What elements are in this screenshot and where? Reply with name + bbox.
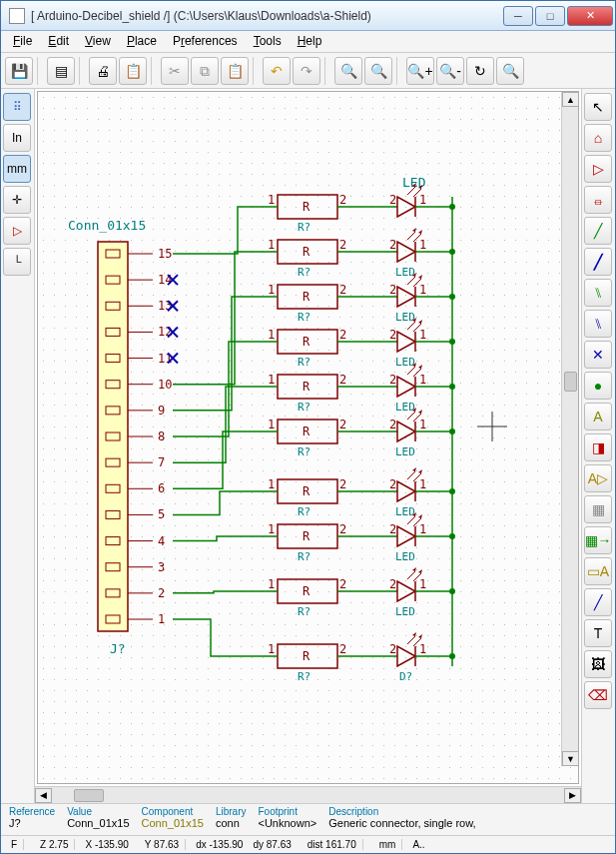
svg-text:1: 1 (268, 418, 275, 431)
place-sheet-pin-tool[interactable]: ▭A (584, 557, 612, 585)
status-dy: dy 87.63 (253, 839, 291, 850)
hidden-pins-button[interactable]: ▷ (3, 217, 31, 245)
scroll-right-arrow[interactable]: ▶ (564, 788, 581, 803)
zoom-out-button[interactable]: 🔍- (436, 57, 464, 85)
zoom-in-button[interactable]: 🔍+ (406, 57, 434, 85)
svg-text:10: 10 (158, 378, 172, 392)
delete-tool[interactable]: ⌫ (584, 681, 612, 709)
svg-text:2: 2 (389, 477, 396, 491)
svg-text:2: 2 (389, 328, 396, 342)
maximize-button[interactable]: □ (535, 6, 565, 26)
svg-text:LED: LED (395, 266, 415, 279)
place-power-tool[interactable]: ⏛ (584, 186, 612, 214)
find-replace-button[interactable]: 🔍 (364, 57, 392, 85)
body: ⠿ In mm ✛ ▷ └ Conn_01x15J?15141312111098… (1, 89, 615, 803)
svg-text:1: 1 (419, 193, 426, 207)
status-y: Y 87.63 (139, 839, 186, 850)
vscroll-thumb[interactable] (564, 372, 577, 392)
scroll-left-arrow[interactable]: ◀ (35, 788, 52, 803)
svg-text:1: 1 (419, 283, 426, 297)
minimize-button[interactable]: ─ (503, 6, 533, 26)
highlight-net-tool[interactable]: ⌂ (584, 124, 612, 152)
svg-text:3: 3 (158, 560, 165, 574)
app-window: [ Arduino-Decibel_shield /] (C:\Users\Kl… (0, 0, 616, 854)
menu-view[interactable]: View (79, 31, 117, 52)
place-wire-tool[interactable]: ╱ (584, 217, 612, 245)
menubar: File Edit View Place Preferences Tools H… (1, 31, 615, 53)
menu-edit[interactable]: Edit (42, 31, 75, 52)
print-button[interactable]: 🖨 (89, 57, 117, 85)
place-netlabel-tool[interactable]: A (584, 403, 612, 430)
save-button[interactable]: 💾 (5, 57, 33, 85)
desc-value: Generic connector, single row, (328, 817, 607, 829)
place-sheet-tool[interactable]: ▦ (584, 495, 612, 523)
svg-text:LED: LED (395, 605, 415, 618)
import-sheet-pin-tool[interactable]: ▦→ (584, 526, 612, 554)
svg-text:13: 13 (158, 299, 172, 313)
place-global-label-tool[interactable]: ◨ (584, 433, 612, 461)
units-in-button[interactable]: In (3, 124, 31, 152)
place-bus-entry-tool[interactable]: ⑊ (584, 310, 612, 338)
menu-preferences[interactable]: Preferences (167, 31, 244, 52)
place-symbol-tool[interactable]: ▷ (584, 155, 612, 183)
status-unit: mm (373, 839, 403, 850)
units-mm-button[interactable]: mm (3, 155, 31, 183)
place-junction-tool[interactable]: ● (584, 372, 612, 400)
horizontal-scrollbar[interactable]: ◀ ▶ (35, 786, 581, 803)
cursor-shape-button[interactable]: ✛ (3, 186, 31, 214)
page-settings-button[interactable]: ▤ (47, 57, 75, 85)
zoom-fit-button[interactable]: 🔍 (496, 57, 524, 85)
place-hier-label-tool[interactable]: A▷ (584, 464, 612, 492)
svg-text:R: R (303, 200, 310, 214)
opamp-icon: ▷ (593, 162, 604, 176)
place-text-tool[interactable]: T (584, 619, 612, 647)
svg-text:2: 2 (339, 477, 346, 491)
info-bar: ReferenceJ? ValueConn_01x15 ComponentCon… (1, 803, 615, 835)
svg-text:2: 2 (339, 577, 346, 591)
menu-place[interactable]: Place (121, 31, 163, 52)
hscroll-thumb[interactable] (74, 789, 104, 802)
close-button[interactable]: ✕ (567, 6, 613, 26)
inch-icon: In (12, 131, 22, 145)
svg-text:2: 2 (339, 328, 346, 342)
val-value: Conn_01x15 (67, 817, 129, 829)
place-noconnect-tool[interactable]: ✕ (584, 341, 612, 369)
svg-rect-0 (98, 242, 128, 631)
scroll-down-arrow[interactable]: ▼ (562, 751, 579, 766)
svg-text:2: 2 (389, 193, 396, 207)
titlebar: [ Arduino-Decibel_shield /] (C:\Users\Kl… (1, 1, 615, 31)
find-button[interactable]: 🔍 (334, 57, 362, 85)
menu-help[interactable]: Help (292, 31, 328, 52)
copy-button[interactable]: ⧉ (191, 57, 219, 85)
svg-text:1: 1 (419, 328, 426, 342)
vertical-scrollbar[interactable]: ▲ ▼ (561, 92, 578, 766)
zoom-fit-icon: 🔍 (502, 64, 519, 78)
grid-toggle[interactable]: ⠿ (3, 93, 31, 121)
place-bus-tool[interactable]: ╱ (584, 248, 612, 276)
menu-file[interactable]: File (7, 31, 38, 52)
svg-text:1: 1 (419, 238, 426, 252)
svg-text:2: 2 (339, 193, 346, 207)
svg-text:1: 1 (268, 283, 275, 297)
svg-text:R: R (303, 529, 310, 543)
place-wire-entry-tool[interactable]: ⑊ (584, 279, 612, 307)
find-replace-icon: 🔍 (370, 64, 387, 78)
menu-tools[interactable]: Tools (248, 31, 288, 52)
app-icon (9, 8, 25, 24)
scroll-up-arrow[interactable]: ▲ (562, 92, 579, 107)
svg-text:R?: R? (298, 445, 310, 458)
svg-text:R: R (303, 649, 310, 663)
plot-button[interactable]: 📋 (119, 57, 147, 85)
bus-direction-button[interactable]: └ (3, 248, 31, 276)
select-tool[interactable]: ↖ (584, 93, 612, 121)
zoom-redraw-button[interactable]: ↻ (466, 57, 494, 85)
svg-text:9: 9 (158, 404, 165, 418)
schematic-canvas[interactable]: Conn_01x15J?151413121110987654321LEDRR?1… (37, 91, 579, 784)
main-toolbar: 💾 ▤ 🖨 📋 ✂ ⧉ 📋 ↶ ↷ 🔍 🔍 🔍+ 🔍- ↻ 🔍 (1, 53, 615, 89)
cut-button[interactable]: ✂ (161, 57, 189, 85)
undo-button[interactable]: ↶ (263, 57, 291, 85)
paste-button[interactable]: 📋 (221, 57, 249, 85)
place-image-tool[interactable]: 🖼 (584, 650, 612, 678)
redo-button[interactable]: ↷ (293, 57, 320, 85)
place-line-tool[interactable]: ╱ (584, 588, 612, 616)
